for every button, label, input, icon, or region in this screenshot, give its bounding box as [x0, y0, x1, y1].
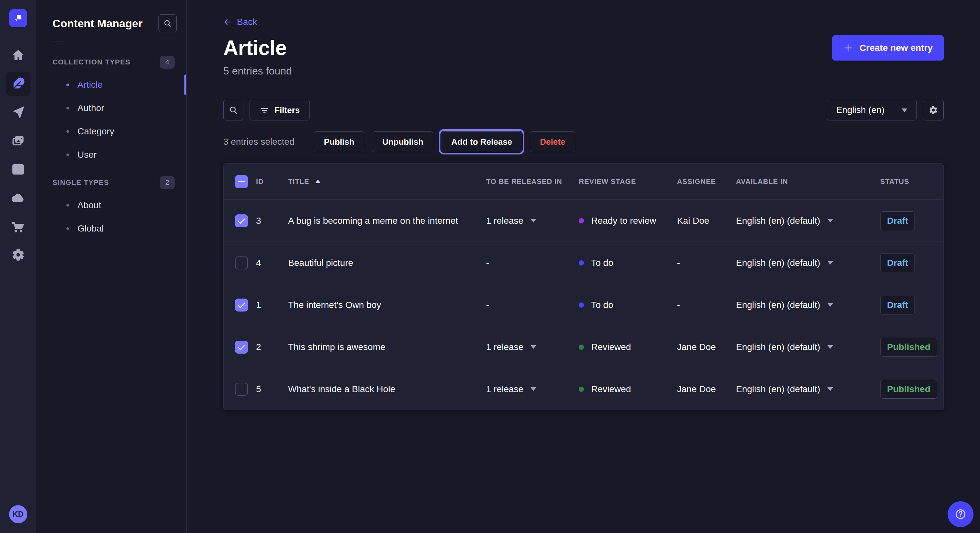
cell-review-stage: Reviewed [579, 384, 677, 394]
sidebar-item-label: User [78, 150, 97, 160]
row-checkbox[interactable] [235, 214, 248, 227]
sidebar-item-global[interactable]: Global [36, 217, 186, 240]
locale-caret-icon[interactable] [827, 261, 833, 265]
locale-caret-icon[interactable] [827, 303, 833, 307]
cell-to-be-released-in: - [486, 300, 579, 310]
cell-status: Draft [880, 296, 943, 314]
cell-available-in: English (en) (default) [736, 342, 880, 352]
cell-to-be-released-in: 1 release [486, 342, 579, 352]
sidebar-item-category[interactable]: Category [36, 120, 186, 143]
locale-selected-value: English (en) [836, 105, 885, 115]
locale-caret-icon[interactable] [827, 219, 833, 222]
column-header-title[interactable]: TITLE [288, 178, 486, 186]
cell-available-in: English (en) (default) [736, 384, 880, 394]
delete-button[interactable]: Delete [530, 132, 575, 152]
row-checkbox[interactable] [235, 257, 248, 270]
cell-status: Published [880, 338, 943, 357]
release-caret-icon[interactable] [530, 219, 536, 222]
strapi-logo[interactable] [9, 9, 27, 27]
table-header-row: ID TITLE TO BE RELEASED IN REVIEW STAGE … [224, 163, 943, 200]
add-to-release-label: Add to Release [451, 137, 512, 147]
filters-button[interactable]: Filters [250, 100, 310, 121]
locale-caret-icon[interactable] [827, 345, 833, 349]
rail-divider [0, 37, 36, 37]
single-types-list: About Global [36, 194, 186, 240]
filter-icon [259, 105, 269, 115]
marketplace-cart-icon [11, 219, 25, 233]
stage-dot [579, 260, 584, 265]
main-content: Back Article Create new entry 5 entries … [187, 0, 980, 533]
sidebar-item-label: Global [78, 224, 104, 234]
rail-item-home[interactable] [0, 41, 36, 70]
column-header-assignee: ASSIGNEE [677, 178, 736, 186]
release-caret-icon[interactable] [530, 387, 536, 391]
help-button[interactable] [948, 501, 974, 527]
stage-dot [579, 303, 584, 308]
rail-item-cloud[interactable] [0, 184, 36, 212]
subnav-divider [52, 41, 63, 41]
table-row[interactable]: 4 Beautiful picture - To do - English (e… [224, 241, 943, 284]
row-checkbox[interactable] [235, 298, 248, 311]
add-to-release-button[interactable]: Add to Release [441, 132, 522, 152]
bullet-icon [67, 227, 69, 230]
page-title: Article [223, 36, 287, 60]
rail-item-content-type-builder[interactable] [0, 155, 36, 184]
search-icon [229, 106, 238, 115]
sidebar-item-author[interactable]: Author [36, 97, 186, 120]
sidebar-item-user[interactable]: User [36, 143, 186, 167]
locale-select[interactable]: English (en) [827, 100, 917, 121]
row-checkbox[interactable] [235, 341, 248, 354]
rail-item-content-manager[interactable] [0, 70, 36, 98]
status-badge: Published [880, 338, 937, 357]
send-plane-icon [11, 106, 25, 119]
cell-title: Beautiful picture [288, 258, 486, 268]
table-row[interactable]: 3 A bug is becoming a meme on the intern… [224, 200, 943, 241]
sidebar-item-label: About [78, 200, 101, 211]
status-badge: Published [880, 380, 937, 399]
rail-item-media-library[interactable] [0, 127, 36, 155]
back-link[interactable]: Back [223, 17, 257, 27]
bullet-icon [67, 204, 69, 206]
content-type-builder-icon [11, 163, 25, 176]
sidebar-item-label: Category [78, 126, 115, 136]
column-header-available-in: AVAILABLE IN [736, 178, 880, 186]
chevron-down-icon [902, 108, 907, 112]
view-settings-button[interactable] [923, 100, 944, 121]
cell-title: The internet's Own boy [288, 300, 486, 310]
stage-dot [579, 218, 584, 224]
table-body: 3 A bug is becoming a meme on the intern… [224, 200, 943, 410]
table-row[interactable]: 2 This shrimp is awesome 1 release Revie… [224, 326, 943, 368]
list-search-button[interactable] [223, 100, 243, 121]
select-all-checkbox[interactable] [235, 175, 248, 188]
release-caret-icon[interactable] [530, 345, 536, 349]
cell-status: Draft [880, 254, 943, 272]
entries-count-text: 5 entries found [223, 65, 944, 77]
table-row[interactable]: 5 What's inside a Black Hole 1 release R… [224, 368, 943, 410]
cell-status: Draft [880, 211, 943, 230]
sidebar-item-article[interactable]: Article [36, 73, 186, 97]
cell-review-stage: To do [579, 258, 677, 268]
bullet-icon [67, 154, 69, 156]
subnav-search-button[interactable] [159, 14, 177, 32]
table-row[interactable]: 1 The internet's Own boy - To do - Engli… [224, 284, 943, 326]
sidebar-item-about[interactable]: About [36, 194, 186, 217]
media-library-icon [11, 134, 25, 148]
publish-button[interactable]: Publish [314, 132, 364, 152]
cell-review-stage: Reviewed [579, 342, 677, 352]
rail-item-marketplace[interactable] [0, 212, 36, 241]
collection-types-list: Article Author Category User [36, 73, 186, 167]
locale-caret-icon[interactable] [827, 387, 833, 391]
create-new-entry-button[interactable]: Create new entry [832, 35, 944, 60]
column-header-id: ID [256, 178, 288, 186]
rail-item-settings[interactable] [0, 241, 36, 269]
rail-item-send[interactable] [0, 98, 36, 127]
rail-active-pill [6, 71, 30, 96]
single-types-section: SINGLE TYPES 2 About Global [36, 176, 186, 240]
user-avatar[interactable]: KD [9, 505, 27, 523]
row-checkbox[interactable] [235, 383, 248, 396]
cell-available-in: English (en) (default) [736, 216, 880, 226]
unpublish-button[interactable]: Unpublish [372, 132, 433, 152]
bullet-icon [67, 130, 69, 133]
cell-review-stage: Ready to review [579, 216, 677, 226]
cell-to-be-released-in: 1 release [486, 216, 579, 226]
